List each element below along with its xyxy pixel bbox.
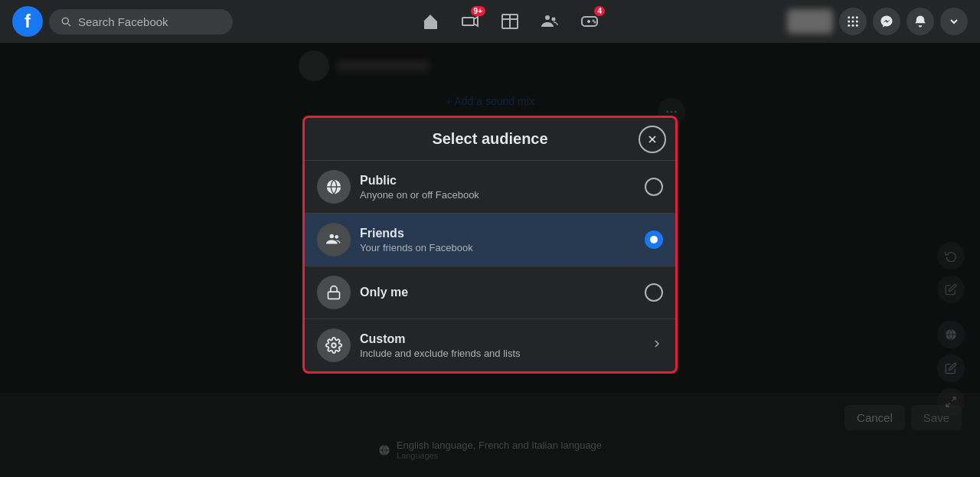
- modal-header: Select audience: [305, 118, 675, 161]
- svg-rect-0: [462, 18, 474, 25]
- svg-point-19: [852, 25, 854, 27]
- apps-btn[interactable]: [839, 8, 867, 35]
- svg-point-6: [552, 18, 556, 21]
- audience-onlyme-item[interactable]: Only me: [305, 266, 675, 319]
- search-placeholder: Search Facebook: [78, 15, 168, 28]
- video-badge: 9+: [471, 6, 485, 16]
- svg-point-14: [856, 16, 858, 18]
- svg-point-16: [852, 21, 854, 23]
- custom-icon-circle: [317, 328, 351, 362]
- search-icon: [60, 15, 72, 28]
- friends-icon-circle: [317, 223, 351, 256]
- friends-desc: Your friends on Facebook: [360, 242, 635, 253]
- custom-text: Custom Include and exclude friends and l…: [360, 332, 642, 359]
- svg-rect-36: [328, 292, 340, 299]
- custom-desc: Include and exclude friends and lists: [360, 348, 642, 359]
- friends-radio-checked: [645, 230, 663, 249]
- chevron-down-icon: [948, 15, 960, 28]
- notifications-btn[interactable]: [906, 8, 934, 35]
- public-name: Public: [360, 174, 635, 188]
- public-text: Public Anyone on or off Facebook: [360, 174, 635, 201]
- nav-home-btn[interactable]: [412, 3, 449, 40]
- svg-point-15: [848, 21, 850, 23]
- svg-point-5: [545, 15, 550, 20]
- fb-logo[interactable]: f: [12, 6, 43, 37]
- svg-point-12: [848, 16, 850, 18]
- gear-icon: [325, 337, 342, 354]
- search-bar[interactable]: Search Facebook: [49, 9, 233, 34]
- lock-icon: [326, 285, 341, 300]
- public-radio: [645, 178, 663, 196]
- chevron-right-icon: [651, 338, 663, 350]
- svg-point-34: [330, 234, 335, 239]
- public-desc: Anyone on or off Facebook: [360, 189, 635, 201]
- friends-text: Friends Your friends on Facebook: [360, 227, 635, 253]
- marketplace-icon: [501, 12, 519, 31]
- public-icon-circle: [317, 170, 351, 204]
- svg-point-35: [335, 235, 338, 239]
- modal-close-button[interactable]: [639, 126, 666, 153]
- modal-overlay: Select audience Public Anyone on or off …: [0, 43, 980, 477]
- close-icon: [646, 133, 658, 145]
- onlyme-text: Only me: [360, 286, 635, 299]
- friends-audience-icon: [325, 231, 342, 248]
- custom-name: Custom: [360, 332, 642, 346]
- modal-title: Select audience: [432, 130, 547, 148]
- nav-gaming-btn[interactable]: 4: [571, 3, 608, 40]
- svg-point-11: [595, 22, 596, 23]
- messenger-btn[interactable]: [873, 8, 900, 35]
- messenger-icon: [880, 15, 893, 28]
- apps-icon: [846, 15, 860, 28]
- svg-marker-1: [474, 17, 478, 26]
- home-icon: [421, 12, 439, 31]
- onlyme-radio: [645, 283, 663, 302]
- gaming-badge: 4: [594, 6, 605, 16]
- onlyme-icon-circle: [317, 276, 351, 309]
- svg-point-17: [856, 21, 858, 23]
- onlyme-name: Only me: [360, 286, 635, 299]
- audience-custom-item[interactable]: Custom Include and exclude friends and l…: [305, 319, 675, 371]
- svg-point-18: [848, 25, 850, 27]
- custom-chevron: [651, 338, 663, 354]
- groups-icon: [541, 12, 559, 31]
- nav-marketplace-btn[interactable]: [492, 3, 528, 40]
- select-audience-modal: Select audience Public Anyone on or off …: [302, 116, 678, 374]
- svg-point-20: [856, 25, 858, 27]
- account-btn[interactable]: [940, 8, 968, 35]
- audience-public-item[interactable]: Public Anyone on or off Facebook: [305, 161, 675, 214]
- notifications-icon: [913, 15, 927, 28]
- audience-list: Public Anyone on or off Facebook Friends…: [305, 161, 675, 371]
- user-avatar-blurred: [787, 9, 833, 34]
- svg-point-10: [593, 21, 594, 21]
- globe-audience-icon: [325, 178, 342, 195]
- nav-video-btn[interactable]: 9+: [452, 3, 488, 40]
- audience-friends-item[interactable]: Friends Your friends on Facebook: [305, 214, 675, 266]
- topnav: f Search Facebook 9+ 4: [0, 0, 980, 43]
- friends-name: Friends: [360, 227, 635, 240]
- nav-groups-btn[interactable]: [531, 3, 568, 40]
- nav-right: [787, 8, 968, 35]
- nav-center: 9+ 4: [239, 3, 781, 40]
- svg-point-37: [332, 343, 336, 348]
- svg-point-13: [852, 16, 854, 18]
